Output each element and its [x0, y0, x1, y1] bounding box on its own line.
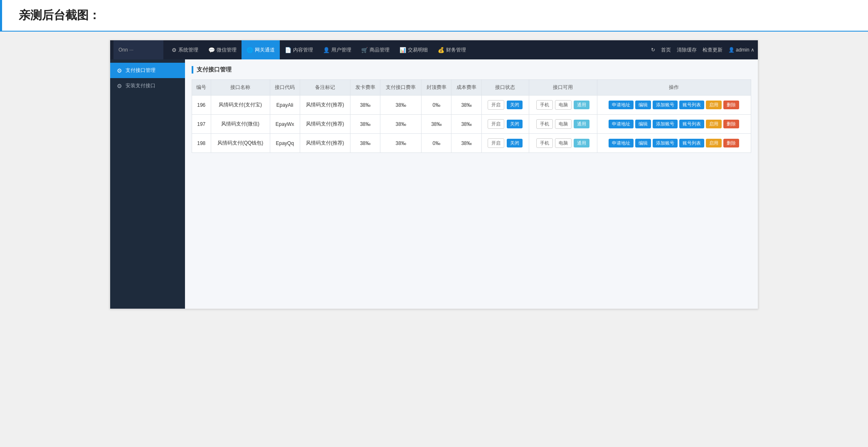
btn-mobile[interactable]: 手机 [536, 119, 553, 129]
btn-add-account[interactable]: 添加账号 [653, 101, 678, 109]
banner-title: 亲测后台截图： [19, 7, 851, 23]
btn-common[interactable]: 通用 [574, 139, 589, 147]
nav-item-goods[interactable]: 🛒 商品管理 [356, 40, 395, 59]
nav-item-wangyi[interactable]: 🌐 网关通道 [242, 40, 280, 59]
cell-available: 手机 电脑 通用 [529, 96, 597, 115]
btn-aclist[interactable]: 账号列表 [679, 101, 704, 109]
btn-apply[interactable]: 申请地址 [609, 101, 634, 109]
btn-disable[interactable]: 启用 [706, 139, 722, 147]
title-accent [192, 66, 193, 74]
home-btn[interactable]: 首页 [661, 47, 671, 54]
cell-card-rate: 38‰ [350, 96, 380, 115]
admin-user-btn[interactable]: 👤 admin ∧ [728, 47, 755, 53]
table-row: 198 风情码支付(QQ钱包) EpayQq 风情码支付(推荐) 38‰ 38‰… [192, 134, 751, 153]
nav-label-user: 用户管理 [331, 47, 351, 54]
nav-item-content[interactable]: 📄 内容管理 [280, 40, 318, 59]
top-banner: 亲测后台截图： [0, 0, 868, 32]
th-status: 接口状态 [481, 80, 529, 96]
btn-aclist[interactable]: 账号列表 [679, 120, 704, 128]
page-title-bar: 支付接口管理 [192, 66, 751, 74]
cell-id: 198 [192, 134, 211, 153]
sidebar-item-install-payment[interactable]: ⚙ 安装支付接口 [110, 78, 185, 93]
payment-mgmt-icon: ⚙ [117, 67, 122, 74]
wechat-icon: 💬 [208, 47, 215, 53]
cell-remark: 风情码支付(推荐) [300, 115, 350, 134]
nav-item-finance[interactable]: 💰 财务管理 [433, 40, 471, 59]
btn-delete[interactable]: 删除 [723, 101, 739, 109]
cell-code: EpayWx [270, 115, 300, 134]
nav-item-system[interactable]: ⚙ 系统管理 [167, 40, 203, 59]
cell-id: 197 [192, 115, 211, 134]
user-icon: 👤 [323, 47, 330, 53]
btn-disable[interactable]: 启用 [706, 101, 722, 109]
nav-label-content: 内容管理 [293, 47, 313, 54]
table-row: 196 风情码支付(支付宝) EpayAli 风情码支付(推荐) 38‰ 38‰… [192, 96, 751, 115]
btn-pc[interactable]: 电脑 [555, 100, 572, 110]
cell-cost-rate: 38‰ [451, 115, 481, 134]
system-icon: ⚙ [172, 47, 177, 53]
cell-cost-rate: 38‰ [451, 134, 481, 153]
btn-close[interactable]: 关闭 [507, 120, 523, 128]
clear-cache-btn[interactable]: 清除缓存 [677, 47, 697, 54]
check-update-btn[interactable]: 检查更新 [703, 47, 723, 54]
btn-pc[interactable]: 电脑 [555, 119, 572, 129]
th-code: 接口代码 [270, 80, 300, 96]
th-action: 操作 [597, 80, 751, 96]
btn-edit[interactable]: 编辑 [635, 101, 651, 109]
nav-label-goods: 商品管理 [370, 47, 390, 54]
cell-cap-rate: 0‰ [422, 134, 451, 153]
wangyi-icon: 🌐 [247, 47, 253, 53]
nav-label-trade: 交易明细 [408, 47, 428, 54]
nav-item-trade[interactable]: 📊 交易明细 [395, 40, 433, 59]
btn-open[interactable]: 开启 [488, 119, 504, 129]
cell-cost-rate: 38‰ [451, 96, 481, 115]
sidebar-label-payment-mgmt: 支付接口管理 [126, 67, 155, 74]
cell-code: EpayAli [270, 96, 300, 115]
btn-common[interactable]: 通用 [574, 101, 589, 109]
btn-add-account[interactable]: 添加账号 [653, 120, 678, 128]
sidebar-item-payment-mgmt[interactable]: ⚙ 支付接口管理 [110, 63, 185, 78]
btn-mobile[interactable]: 手机 [536, 138, 553, 148]
btn-disable[interactable]: 启用 [706, 120, 722, 128]
data-table: 编号 接口名称 接口代码 备注标记 发卡费率 支付接口费率 封顶费率 成本费率 … [192, 79, 751, 153]
cell-cap-rate: 0‰ [422, 96, 451, 115]
nav-right: ↻ 首页 清除缓存 检查更新 👤 admin ∧ [651, 47, 755, 54]
refresh-btn[interactable]: ↻ [651, 47, 655, 53]
action-group: 申请地址 编辑 添加账号 账号列表 启用 删除 [601, 138, 747, 148]
btn-edit[interactable]: 编辑 [635, 120, 651, 128]
btn-apply[interactable]: 申请地址 [609, 139, 634, 147]
btn-edit[interactable]: 编辑 [635, 139, 651, 147]
btn-aclist[interactable]: 账号列表 [679, 139, 704, 147]
btn-open[interactable]: 开启 [488, 100, 504, 110]
th-cap-rate: 封顶费率 [422, 80, 451, 96]
nav-label-system: 系统管理 [178, 47, 198, 54]
cell-available: 手机 电脑 通用 [529, 134, 597, 153]
main-content: 支付接口管理 编号 接口名称 接口代码 备注标记 发卡费率 支付接口费率 封顶费… [185, 59, 758, 309]
btn-mobile[interactable]: 手机 [536, 100, 553, 110]
admin-panel: Onn ··· ⚙ 系统管理 💬 微信管理 🌐 网关通道 📄 内容管理 👤 用户… [110, 40, 758, 309]
nav-label-finance: 财务管理 [446, 47, 466, 54]
finance-icon: 💰 [438, 47, 444, 53]
btn-pc[interactable]: 电脑 [555, 138, 572, 148]
btn-open[interactable]: 开启 [488, 138, 504, 148]
btn-common[interactable]: 通用 [574, 120, 589, 128]
nav-label-wechat: 微信管理 [217, 47, 237, 54]
btn-close[interactable]: 关闭 [507, 139, 523, 147]
sidebar: ⚙ 支付接口管理 ⚙ 安装支付接口 [110, 59, 185, 309]
btn-delete[interactable]: 删除 [723, 139, 739, 147]
cell-pay-rate: 38‰ [380, 96, 422, 115]
nav-item-wechat[interactable]: 💬 微信管理 [203, 40, 242, 59]
cell-actions: 申请地址 编辑 添加账号 账号列表 启用 删除 [597, 134, 751, 153]
nav-item-user[interactable]: 👤 用户管理 [318, 40, 356, 59]
install-payment-icon: ⚙ [117, 83, 122, 89]
btn-add-account[interactable]: 添加账号 [653, 139, 678, 147]
btn-delete[interactable]: 删除 [723, 120, 739, 128]
action-group: 申请地址 编辑 添加账号 账号列表 启用 删除 [601, 100, 747, 110]
table-row: 197 风情码支付(微信) EpayWx 风情码支付(推荐) 38‰ 38‰ 3… [192, 115, 751, 134]
btn-apply[interactable]: 申请地址 [609, 120, 634, 128]
btn-close[interactable]: 关闭 [507, 101, 523, 109]
cell-status: 开启 关闭 [481, 96, 529, 115]
content-icon: 📄 [285, 47, 291, 53]
top-navbar: Onn ··· ⚙ 系统管理 💬 微信管理 🌐 网关通道 📄 内容管理 👤 用户… [110, 40, 758, 59]
cell-pay-rate: 38‰ [380, 115, 422, 134]
